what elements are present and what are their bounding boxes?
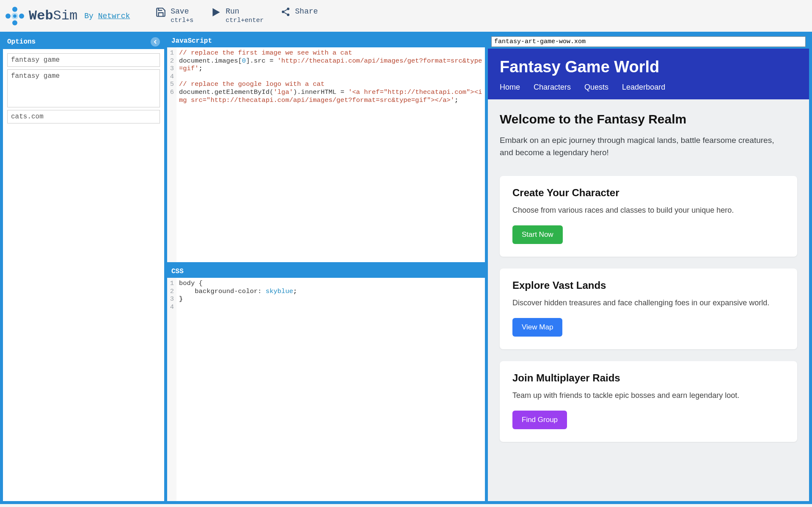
svg-point-1	[12, 20, 17, 25]
card-multiplayer-raids: Join Multiplayer Raids Team up with frie…	[500, 361, 797, 442]
prompt-input[interactable]	[7, 53, 160, 67]
top-toolbar: WebSim By Netwrck Save ctrl+s Run ctrl+e…	[0, 0, 812, 32]
js-editor: JavaScript 123456 // replace the first i…	[167, 35, 485, 265]
nav-leaderboard[interactable]: Leaderboard	[622, 83, 665, 92]
css-code-text[interactable]: body { background-color: skyblue; }	[176, 278, 485, 501]
byline: By Netwrck	[84, 12, 130, 20]
byline-link[interactable]: Netwrck	[98, 12, 130, 20]
save-button[interactable]: Save ctrl+s	[155, 7, 193, 25]
run-button[interactable]: Run ctrl+enter	[210, 7, 264, 25]
card-explore-lands: Explore Vast Lands Discover hidden treas…	[500, 269, 797, 349]
nav-characters[interactable]: Characters	[534, 83, 571, 92]
svg-point-3	[19, 14, 24, 19]
options-panel: Options fantasy game	[3, 35, 167, 501]
find-group-button[interactable]: Find Group	[512, 411, 567, 429]
save-icon	[155, 7, 166, 18]
app-logo-icon	[5, 6, 25, 26]
card-title: Explore Vast Lands	[512, 280, 784, 291]
js-code-area[interactable]: 123456 // replace the first image we see…	[167, 47, 485, 262]
css-header: CSS	[167, 265, 485, 278]
preview-body[interactable]: Fantasy Game World Home Characters Quest…	[488, 49, 809, 501]
toolbar-buttons: Save ctrl+s Run ctrl+enter Share	[155, 7, 318, 25]
css-code-area[interactable]: 1234 body { background-color: skyblue; }	[167, 278, 485, 501]
svg-line-11	[284, 13, 287, 14]
svg-point-9	[287, 14, 289, 16]
css-editor: CSS 1234 body { background-color: skyblu…	[167, 265, 485, 501]
card-title: Create Your Character	[512, 187, 784, 199]
view-map-button[interactable]: View Map	[512, 318, 562, 337]
site-main: Welcome to the Fantasy Realm Embark on a…	[488, 99, 809, 466]
nav-quests[interactable]: Quests	[584, 83, 608, 92]
svg-line-10	[284, 10, 287, 11]
svg-point-5	[13, 14, 17, 18]
svg-point-8	[282, 11, 284, 13]
preview-url-row	[488, 35, 809, 49]
welcome-intro: Embark on an epic journey through magica…	[500, 134, 787, 159]
site-title: Fantasy Game World	[500, 58, 797, 76]
brand-text: WebSim	[29, 8, 77, 24]
js-gutter: 123456	[167, 47, 176, 262]
card-text: Team up with friends to tackle epic boss…	[512, 390, 784, 401]
js-code-text[interactable]: // replace the first image we see with a…	[176, 47, 485, 262]
editors-column: JavaScript 123456 // replace the first i…	[167, 35, 488, 501]
css-gutter: 1234	[167, 278, 176, 501]
nav-home[interactable]: Home	[500, 83, 520, 92]
card-title: Join Multiplayer Raids	[512, 372, 784, 384]
svg-point-2	[6, 14, 11, 19]
collapse-icon[interactable]	[151, 37, 160, 47]
js-header: JavaScript	[167, 35, 485, 47]
share-button[interactable]: Share	[281, 7, 318, 25]
site-header: Fantasy Game World Home Characters Quest…	[488, 49, 809, 99]
preview-url-input[interactable]	[491, 36, 806, 47]
svg-point-7	[287, 8, 289, 10]
svg-point-0	[12, 7, 17, 12]
play-icon	[210, 7, 221, 18]
options-header: Options	[3, 35, 164, 49]
card-text: Choose from various races and classes to…	[512, 205, 784, 216]
welcome-heading: Welcome to the Fantasy Realm	[500, 112, 797, 126]
workspace: Options fantasy game JavaScript 123456 /…	[0, 32, 812, 504]
card-text: Discover hidden treasures and face chall…	[512, 297, 784, 309]
brand-group: WebSim By Netwrck	[5, 6, 130, 26]
prompt-textarea[interactable]: fantasy game	[7, 69, 160, 107]
svg-marker-6	[213, 8, 220, 16]
share-icon	[281, 7, 291, 17]
options-body: fantasy game	[3, 49, 164, 128]
site-nav: Home Characters Quests Leaderboard	[500, 83, 797, 92]
preview-panel: Fantasy Game World Home Characters Quest…	[488, 35, 809, 501]
domain-input[interactable]	[7, 110, 160, 123]
card-create-character: Create Your Character Choose from variou…	[500, 176, 797, 257]
start-now-button[interactable]: Start Now	[512, 225, 563, 244]
